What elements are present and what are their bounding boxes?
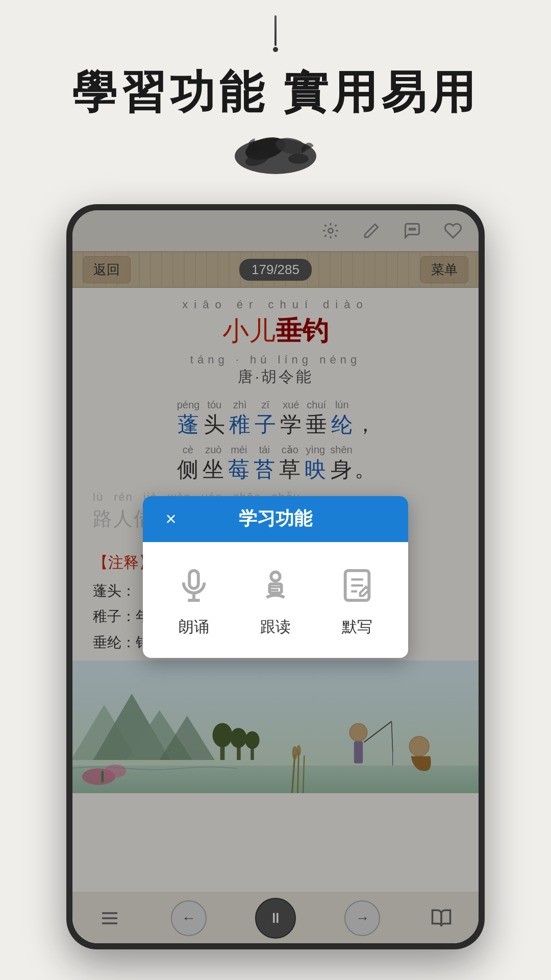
modal-header: × 学习功能 [143,496,408,542]
modal-close-button[interactable]: × [158,506,184,532]
langsung-label: 朗诵 [179,617,209,638]
modal-item-gendu[interactable]: 跟读 [253,562,298,638]
modal-title: 学习功能 [184,506,367,531]
modal-item-moxie[interactable]: 默写 [334,562,380,638]
top-decorative-area: 學習功能 實用易用 [0,0,551,214]
svg-rect-42 [269,584,281,593]
modal-overlay[interactable]: × 学习功能 [72,210,479,943]
write-icon [334,562,380,608]
gendu-label: 跟读 [260,617,291,638]
modal-item-langsung[interactable]: 朗诵 [171,562,217,638]
phone-mockup: 返回 179/285 菜单 xiāo ér chuí diào 小儿垂钓 tán… [66,204,485,949]
moxie-label: 默写 [342,617,372,638]
phone-screen: 返回 179/285 菜单 xiāo ér chuí diào 小儿垂钓 tán… [72,210,479,943]
svg-point-4 [288,154,309,164]
microphone-icon [171,562,217,608]
svg-point-41 [271,572,280,581]
svg-rect-38 [189,570,198,588]
modal-body: 朗诵 跟读 [143,542,408,658]
learning-modal: × 学习功能 [143,496,408,658]
page-title: 學習功能 實用易用 [72,62,479,123]
person-read-icon [253,562,298,608]
ink-blob-decoration [219,118,332,184]
